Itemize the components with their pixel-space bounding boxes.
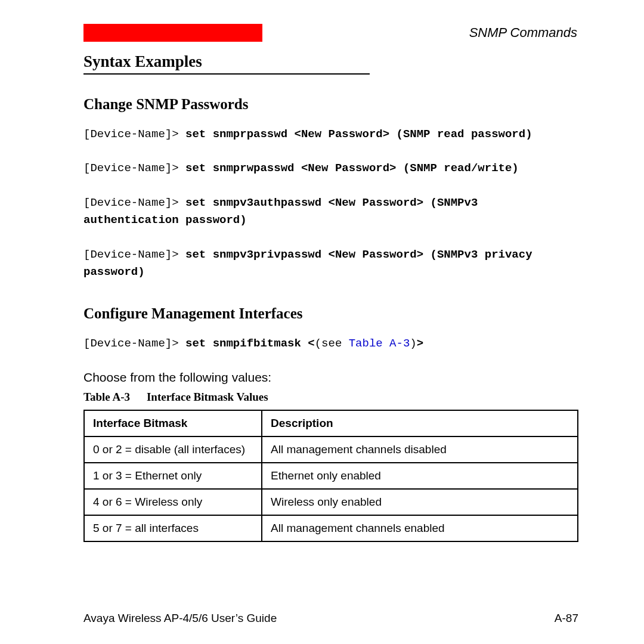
table-cell: 5 or 7 = all interfaces bbox=[84, 515, 262, 541]
cmd-prompt: [Device-Name]> bbox=[83, 196, 179, 209]
table-cell: 4 or 6 = Wireless only bbox=[84, 489, 262, 515]
cmd-snmpv3authpasswd: [Device-Name]> set snmpv3authpasswd <New… bbox=[83, 194, 578, 230]
page-footer: Avaya Wireless AP-4/5/6 User’s Guide A-8… bbox=[83, 612, 578, 625]
cmd-snmprpasswd: [Device-Name]> set snmprpasswd <New Pass… bbox=[83, 126, 578, 143]
table-cell: Wireless only enabled bbox=[262, 489, 578, 515]
cmd-after: ) bbox=[410, 337, 416, 350]
cmd-snmpifbitmask: [Device-Name]> set snmpifbitmask <(see T… bbox=[83, 335, 578, 352]
cmd-text-pre: set snmpifbitmask < bbox=[185, 337, 315, 350]
table-cell: Ethernet only enabled bbox=[262, 463, 578, 489]
cmd-text: set snmprpasswd <New Password> (SNMP rea… bbox=[185, 128, 532, 141]
table-cell: All management channels enabled bbox=[262, 515, 578, 541]
table-header-row: Interface Bitmask Description bbox=[84, 410, 578, 436]
cmd-snmpv3privpasswd: [Device-Name]> set snmpv3privpasswd <New… bbox=[83, 246, 578, 281]
table-row: 1 or 3 = Ethernet only Ethernet only ena… bbox=[84, 463, 578, 489]
table-cell: All management channels disabled bbox=[262, 436, 578, 463]
page-header: SNMP Commands bbox=[83, 24, 578, 42]
table-row: 0 or 2 = disable (all interfaces) All ma… bbox=[84, 436, 578, 463]
title-rule bbox=[83, 73, 370, 75]
cmd-prompt: [Device-Name]> bbox=[83, 128, 179, 141]
table-crossref-link[interactable]: Table A-3 bbox=[349, 337, 410, 350]
table-cell: 0 or 2 = disable (all interfaces) bbox=[84, 436, 262, 463]
choose-values-text: Choose from the following values: bbox=[83, 370, 578, 385]
interface-bitmask-table: Interface Bitmask Description 0 or 2 = d… bbox=[83, 410, 578, 542]
footer-guide-title: Avaya Wireless AP-4/5/6 User’s Guide bbox=[83, 612, 277, 625]
section-configure-interfaces-title: Configure Management Interfaces bbox=[83, 305, 578, 322]
page-title: Syntax Examples bbox=[83, 52, 578, 71]
header-section-label: SNMP Commands bbox=[262, 25, 578, 41]
section-change-passwords-title: Change SNMP Passwords bbox=[83, 96, 578, 113]
table-label: Table A-3 bbox=[83, 391, 130, 403]
table-header: Description bbox=[262, 410, 578, 436]
cmd-prompt: [Device-Name]> bbox=[83, 337, 179, 350]
footer-page-number: A-87 bbox=[555, 612, 578, 625]
cmd-prompt: [Device-Name]> bbox=[83, 162, 179, 175]
cmd-see: (see bbox=[315, 337, 349, 350]
table-header: Interface Bitmask bbox=[84, 410, 262, 436]
cmd-text: set snmprwpasswd <New Password> (SNMP re… bbox=[185, 162, 519, 175]
header-red-bar bbox=[83, 24, 262, 42]
cmd-prompt: [Device-Name]> bbox=[83, 248, 179, 261]
table-title: Interface Bitmask Values bbox=[147, 391, 268, 403]
cmd-snmprwpasswd: [Device-Name]> set snmprwpasswd <New Pas… bbox=[83, 160, 578, 177]
cmd-text-post: > bbox=[417, 337, 423, 350]
table-caption: Table A-3Interface Bitmask Values bbox=[83, 391, 578, 404]
table-cell: 1 or 3 = Ethernet only bbox=[84, 463, 262, 489]
table-row: 4 or 6 = Wireless only Wireless only ena… bbox=[84, 489, 578, 515]
table-row: 5 or 7 = all interfaces All management c… bbox=[84, 515, 578, 541]
